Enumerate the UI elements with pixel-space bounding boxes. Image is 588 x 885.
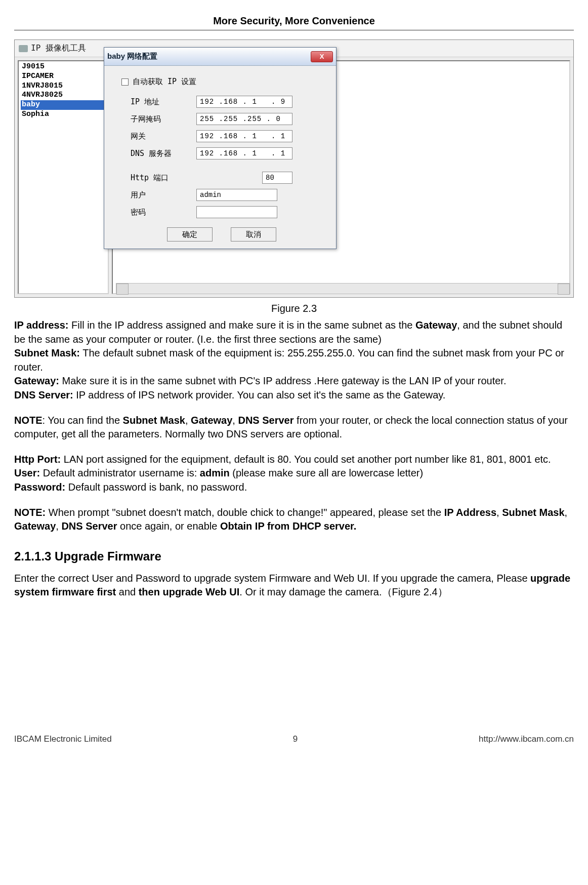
t: , — [185, 415, 191, 426]
device-list-item[interactable]: J9015 — [21, 62, 106, 72]
port-input[interactable] — [262, 172, 292, 184]
device-list-item[interactable]: 1NVRJ8015 — [21, 82, 106, 91]
t: IP Address — [444, 507, 496, 518]
note2-label: NOTE: — [14, 507, 46, 518]
dns-label: DNS 服务器 — [131, 149, 196, 158]
subnet-label: Subnet Mask: — [14, 347, 80, 358]
http-label: Http Port: — [14, 454, 61, 465]
t: Fill in the IP address assigned and make… — [68, 319, 415, 331]
t: Subnet Mask — [123, 415, 185, 426]
gateway-input[interactable] — [196, 130, 292, 142]
t: Gateway — [14, 520, 56, 532]
device-list[interactable]: J9015IPCAMER1NVRJ80154NVRJ8025babySophia — [18, 60, 109, 294]
t: DNS Server — [61, 520, 117, 532]
auto-ip-label: 自动获取 IP 设置 — [133, 77, 196, 87]
t: DNS Server — [238, 415, 293, 426]
body-content: IP address: Fill in the IP address assig… — [14, 318, 574, 599]
password-label-txt: Password: — [14, 481, 65, 493]
user-label: 用户 — [131, 190, 196, 200]
user-input[interactable] — [196, 189, 277, 201]
section-heading: 2.1.1.3 Upgrade Firmware — [14, 548, 574, 565]
t: Subnet Mask — [502, 507, 564, 518]
footer-page: 9 — [293, 734, 298, 744]
dns-label-txt: DNS Server: — [14, 389, 73, 400]
t: Enter the correct User and Password to u… — [14, 573, 530, 584]
t: . Or it may damage the camera.（Figure 2.… — [239, 586, 447, 597]
t: The default subnet mask of the equipment… — [14, 347, 564, 373]
tool-window-title: IP 摄像机工具 — [31, 43, 86, 54]
t: admin — [200, 467, 230, 478]
t: once again, or enable — [117, 520, 220, 532]
t: , — [56, 520, 61, 532]
horizontal-scrollbar[interactable] — [116, 283, 570, 294]
ip-address-label: IP address: — [14, 319, 68, 331]
t: When prompt "subnet doesn't match, doubl… — [46, 507, 444, 518]
auto-ip-row[interactable]: 自动获取 IP 设置 — [121, 77, 328, 87]
device-list-item[interactable]: 4NVRJ8025 — [21, 91, 106, 100]
dns-input[interactable] — [196, 147, 292, 159]
dialog-titlebar: baby 网络配置 X — [104, 48, 336, 66]
t: (please make sure all are lowercase lett… — [230, 467, 423, 478]
t: Obtain IP from DHCP server. — [220, 520, 356, 532]
t: , — [232, 415, 238, 426]
gateway-label-txt: Gateway: — [14, 375, 59, 386]
t: Default administrator username is: — [40, 467, 200, 478]
t: : You can find the — [43, 415, 123, 426]
ip-input[interactable] — [196, 96, 292, 108]
close-button[interactable]: X — [311, 51, 333, 62]
page-header: More Security, More Convenience — [14, 15, 574, 30]
mask-label: 子网掩码 — [131, 114, 196, 124]
ok-button[interactable]: 确定 — [167, 227, 213, 242]
port-label: Http 端口 — [131, 173, 196, 183]
t: Gateway — [191, 415, 232, 426]
cancel-button[interactable]: 取消 — [231, 227, 276, 242]
t: Gateway — [415, 319, 457, 331]
ip-label: IP 地址 — [131, 97, 196, 107]
right-pane: baby 网络配置 X 自动获取 IP 设置 IP 地址 — [112, 60, 570, 294]
t: , — [496, 507, 502, 518]
dialog-title: baby 网络配置 — [107, 52, 311, 61]
t: LAN port assigned for the equipment, def… — [61, 454, 551, 465]
figure-caption: Figure 2.3 — [14, 303, 574, 314]
t: then upgrade Web UI — [139, 586, 240, 597]
t: and — [116, 586, 138, 597]
device-list-item[interactable]: Sophia — [21, 110, 106, 119]
camera-icon — [19, 45, 28, 52]
t: Make sure it is in the same subnet with … — [59, 375, 507, 386]
t: , — [565, 507, 568, 518]
checkbox-icon[interactable] — [121, 78, 129, 86]
footer-url: http://www.ibcam.com.cn — [479, 734, 574, 744]
device-list-item[interactable]: baby — [21, 100, 106, 110]
t: Default password is bank, no password. — [65, 481, 247, 493]
network-config-dialog: baby 网络配置 X 自动获取 IP 设置 IP 地址 — [104, 47, 337, 249]
gateway-label: 网关 — [131, 132, 196, 141]
pass-label: 密码 — [131, 208, 196, 217]
device-list-item[interactable]: IPCAMER — [21, 72, 106, 82]
note1-label: NOTE — [14, 415, 43, 426]
footer-company: IBCAM Electronic Limited — [14, 734, 112, 744]
tool-window: IP 摄像机工具 J9015IPCAMER1NVRJ80154NVRJ8025b… — [14, 39, 574, 298]
page-footer: IBCAM Electronic Limited 9 http://www.ib… — [14, 731, 574, 747]
password-input[interactable] — [196, 206, 277, 218]
t: IP address of IPS network provider. You … — [73, 389, 446, 400]
mask-input[interactable] — [196, 113, 292, 125]
user-label-txt: User: — [14, 467, 40, 478]
